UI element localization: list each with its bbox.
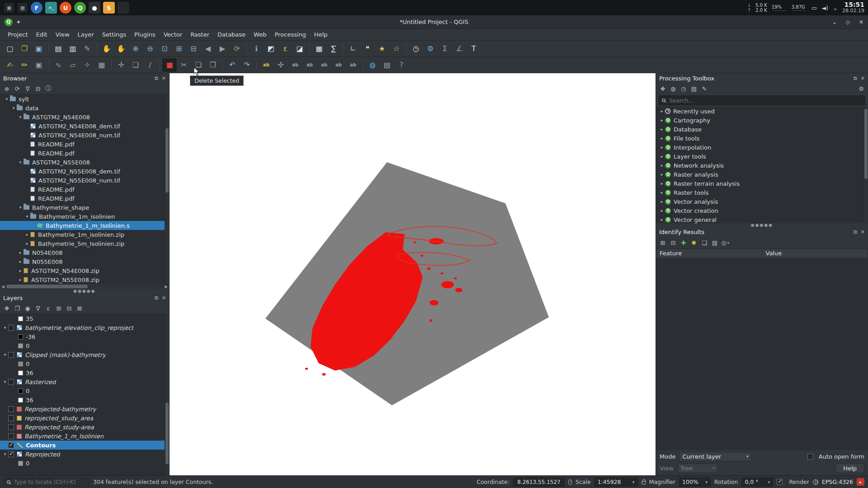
tray-expander-icon[interactable]: ⌄: [833, 5, 838, 11]
browser-item-readme-pdf[interactable]: README.pdf: [0, 140, 169, 149]
add-group-button[interactable]: ❐: [13, 304, 22, 313]
expand-new-results-button[interactable]: ✚: [679, 238, 688, 247]
layer-item-reprojected[interactable]: ▾ Reprojected: [0, 450, 169, 459]
processing-category-vector-general[interactable]: ▸ Q Vector general: [656, 215, 868, 223]
layer-item-rasterized[interactable]: ▾ Rasterized: [0, 377, 169, 386]
layer-visibility-checkbox[interactable]: [8, 352, 14, 358]
browser-item-astgtm2-n54e008-num-tif[interactable]: ASTGTM2_N54E008_num.tif: [0, 131, 169, 140]
highlight-labels-button[interactable]: ab: [303, 59, 316, 71]
browser-item-data[interactable]: ▾ data: [0, 103, 169, 113]
layer-item-reprojected-study-area[interactable]: reprojected_study_area: [0, 413, 169, 422]
processing-category-recently-used[interactable]: ▸ Recently used: [656, 107, 868, 116]
field-calculator-button[interactable]: ∑: [327, 42, 340, 55]
reshape-features-button[interactable]: ∕: [143, 59, 157, 71]
expand-arrow-icon[interactable]: ▸: [659, 145, 665, 150]
menu-project[interactable]: Project: [4, 30, 32, 39]
close-panel-icon[interactable]: ✕: [162, 295, 166, 301]
indicator-app-icon[interactable]: ●: [89, 2, 100, 14]
redo-button[interactable]: ↷: [240, 59, 254, 71]
refresh-browser-button[interactable]: ⟳: [13, 84, 22, 93]
expand-arrow-icon[interactable]: ▾: [2, 380, 8, 384]
expand-arrow-icon[interactable]: ▸: [659, 217, 665, 222]
browser-item-bathymetrie-5m-isolinien-zip[interactable]: ▸ Bathymetrie_5m_Isolinien.zip: [0, 239, 169, 248]
filter-browser-button[interactable]: ∇: [23, 84, 32, 93]
close-button[interactable]: ✕: [859, 19, 863, 25]
menu-edit[interactable]: Edit: [32, 30, 51, 39]
expand-arrow-icon[interactable]: ▾: [2, 452, 8, 456]
paste-features-button[interactable]: ❐: [206, 59, 220, 71]
print-response-button[interactable]: ▤: [710, 238, 719, 247]
expand-arrow-icon[interactable]: ▸: [659, 181, 665, 186]
browser-item-sylt[interactable]: ▾ sylt: [0, 94, 169, 103]
processing-category-database[interactable]: ▸ Q Database: [656, 125, 868, 134]
panel-resize-handle[interactable]: ●●●●●: [0, 289, 169, 293]
software-app-icon[interactable]: U: [60, 2, 71, 14]
current-edits-button[interactable]: ✍: [3, 59, 17, 71]
layer-visibility-checkbox[interactable]: [8, 379, 14, 385]
copy-feature-button[interactable]: ❏: [700, 238, 709, 247]
map-tips-button[interactable]: ❝: [361, 42, 374, 55]
browser-item-readme-pdf[interactable]: README.pdf: [0, 185, 169, 194]
expand-arrow-icon[interactable]: ▾: [10, 106, 17, 110]
close-panel-icon[interactable]: ✕: [861, 75, 865, 81]
empty-slot-app-icon[interactable]: [118, 2, 129, 14]
digitize-with-segment-button[interactable]: ∿: [52, 59, 65, 71]
move-label-button[interactable]: ab: [317, 59, 331, 71]
layer-visibility-checkbox[interactable]: [8, 442, 14, 448]
processing-toolbox-toggle-button[interactable]: ⚙: [424, 42, 437, 55]
measure-angle-button[interactable]: ∠: [453, 42, 466, 55]
browser-app-icon[interactable]: F: [31, 2, 42, 14]
processing-search-input[interactable]: [668, 97, 862, 104]
zoom-to-selection-button[interactable]: ⊞: [172, 42, 186, 55]
layer-item-bathymetrie-elevation-clip-reproject[interactable]: ▾ bathymetrie_elevation_clip_reproject: [0, 323, 169, 332]
map-canvas[interactable]: [170, 73, 656, 475]
save-project-button[interactable]: ▣: [32, 42, 46, 55]
layer-visibility-checkbox[interactable]: [8, 433, 14, 439]
undock-panel-icon[interactable]: ⧉: [854, 229, 857, 235]
remove-layer-button[interactable]: ⊠: [75, 304, 84, 313]
browser-item-bathymetrie-1m-isolinien[interactable]: ▾ Bathymetrie_1m_isolinien: [0, 212, 169, 221]
layer-item-bathymetrie-1-m-isolinien[interactable]: Bathymetrie_1_m_Isolinien: [0, 432, 169, 441]
metasearch-button[interactable]: ◍: [366, 59, 379, 71]
minimize-button[interactable]: ⌄: [832, 19, 837, 25]
pan-map-button[interactable]: ✋: [100, 42, 113, 55]
expand-tree-button[interactable]: ⊞: [658, 238, 667, 247]
collapse-tree-button[interactable]: ⊟: [669, 238, 678, 247]
browser-item-astgtm2-n54e008-dem-tif[interactable]: ASTGTM2_N54E008_dem.tif: [0, 122, 169, 131]
browser-item-readme-pdf[interactable]: README.pdf: [0, 194, 169, 203]
expand-arrow-icon[interactable]: ▸: [659, 172, 665, 177]
expand-arrow-icon[interactable]: ▾: [17, 115, 24, 119]
processing-category-file-tools[interactable]: ▸ Q File tools: [656, 134, 868, 143]
pin-labels-button[interactable]: ab: [288, 59, 302, 71]
undock-panel-icon[interactable]: ⧉: [854, 75, 857, 81]
pan-to-selection-button[interactable]: ✋: [114, 42, 128, 55]
copy-move-feature-button[interactable]: ❏: [129, 59, 142, 71]
clock[interactable]: 15:51 28.02.19: [842, 2, 864, 14]
menu-raster[interactable]: Raster: [186, 30, 213, 39]
rotate-label-button[interactable]: ab: [332, 59, 345, 71]
expand-arrow-icon[interactable]: ▸: [17, 250, 24, 255]
processing-category-raster-tools[interactable]: ▸ Q Raster tools: [656, 188, 868, 197]
temporal-controller-button[interactable]: ◷: [409, 42, 423, 55]
processing-history-button[interactable]: ◷: [679, 84, 688, 93]
qgis-app-icon[interactable]: Q: [74, 2, 86, 14]
view-select[interactable]: Tree▾: [677, 464, 718, 473]
expand-arrow-icon[interactable]: ▾: [17, 160, 24, 164]
layer-item-reprojected-bathymetry[interactable]: Reprojected-bathymetry: [0, 404, 169, 413]
add-feature-button[interactable]: ▱: [66, 59, 80, 71]
new-print-layout-button[interactable]: ▤: [52, 42, 65, 55]
render-checkbox[interactable]: [777, 479, 783, 485]
close-panel-icon[interactable]: ✕: [162, 75, 166, 81]
expand-arrow-icon[interactable]: ▸: [659, 127, 665, 131]
open-layer-styling-button[interactable]: ❖: [2, 304, 11, 313]
expand-arrow-icon[interactable]: ▾: [17, 205, 24, 210]
locate-box[interactable]: [4, 478, 90, 487]
browser-item-bathymetrie-1-m-isolinien-s[interactable]: Bathymetrie_1_m_Isolinien.s: [0, 221, 169, 230]
processing-category-cartography[interactable]: ▸ Q Cartography: [656, 116, 868, 125]
crs-indicator[interactable]: EPSG:4326: [822, 479, 853, 485]
browser-item-astgtm2-n55e008[interactable]: ▾ ASTGTM2_N55E008: [0, 158, 169, 167]
browser-item-bathymetrie-1m-isolinien-zip[interactable]: ▸ Bathymetrie_1m_isolinien.zip: [0, 230, 169, 239]
zoom-in-button[interactable]: ⊕: [129, 42, 142, 55]
undock-panel-icon[interactable]: ⧉: [155, 75, 158, 81]
browser-item-astgtm2-n54e008[interactable]: ▾ ASTGTM2_N54E008: [0, 113, 169, 122]
